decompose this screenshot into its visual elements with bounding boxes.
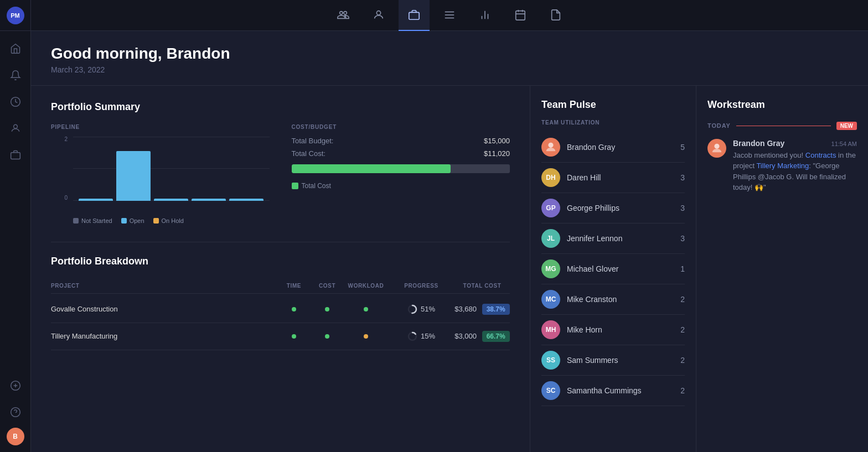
today-line (736, 126, 831, 126)
sidebar-suitcase[interactable] (4, 144, 27, 166)
time-status-2 (277, 332, 311, 340)
ws-time: 11:54 AM (831, 141, 857, 147)
cost-label: COST/BUDGET (292, 124, 510, 130)
progress-2: 15% (388, 331, 454, 341)
budget-bar-fill (292, 164, 451, 173)
member-count-george: 3 (680, 204, 685, 212)
new-badge: NEW (836, 122, 857, 130)
sidebar-user-avatar[interactable]: B (7, 428, 24, 445)
time-status-1 (277, 305, 311, 313)
today-label: TODAY (707, 122, 731, 129)
member-name-michael: Michael Glover (567, 264, 618, 273)
budget-row: Total Budget: $15,000 (292, 137, 510, 145)
ws-message: Jacob mentioned you! Contracts in the pr… (733, 150, 857, 193)
cost-legend-label: Total Cost (302, 182, 331, 190)
member-avatar-cranston: MC (541, 290, 560, 309)
legend-open: Open (121, 217, 144, 224)
team-member-row: MC Mike Cranston 2 (541, 284, 685, 315)
nav-calendar[interactable] (505, 0, 536, 31)
member-avatar-george: GP (541, 199, 560, 217)
sidebar-notifications[interactable] (4, 64, 27, 86)
breakdown-title: Portfolio Breakdown (51, 256, 510, 267)
y-label-top: 2 (64, 137, 68, 142)
project-name-2: Tillery Manufacturing (51, 332, 277, 340)
member-name-daren: Daren Hill (567, 173, 601, 182)
col-total-cost: TOTAL COST (454, 283, 510, 289)
workstream-title: Workstream (707, 99, 857, 111)
budget-bar-container (292, 164, 510, 173)
sidebar-time[interactable] (4, 91, 27, 113)
member-avatar-daren: DH (541, 168, 560, 187)
workload-status-1 (344, 305, 388, 313)
svg-rect-14 (11, 153, 20, 159)
member-avatar-brandon (541, 138, 560, 157)
member-avatar-sam: SS (541, 351, 560, 370)
member-count-jennifer: 3 (680, 234, 685, 243)
member-avatar-michael: MG (541, 259, 560, 278)
ws-avatar-brandon (707, 139, 726, 158)
nav-add-user[interactable] (328, 0, 359, 31)
team-member-row: SC Samantha Cummings 2 (541, 376, 685, 406)
pipeline-label: PIPELINE (51, 124, 270, 130)
sidebar-people[interactable] (4, 117, 27, 139)
sidebar-home[interactable] (4, 38, 27, 60)
cost-status-1 (311, 305, 344, 313)
member-count-brandon: 5 (680, 143, 685, 152)
svg-point-0 (376, 11, 380, 14)
member-count-daren: 3 (680, 173, 685, 182)
ws-header: Brandon Gray 11:54 AM (733, 139, 857, 148)
top-nav: PM (0, 0, 868, 31)
col-project: PROJECT (51, 283, 277, 289)
member-name-sam: Sam Summers (567, 356, 618, 365)
page-header: Good morning, Brandon March 23, 2022 (31, 31, 868, 86)
col-progress: PROGRESS (388, 283, 454, 289)
table-row: Govalle Construction 51% (51, 296, 510, 323)
team-pulse-title: Team Pulse (541, 99, 685, 111)
sidebar-add[interactable] (4, 375, 27, 397)
sidebar-help[interactable] (4, 401, 27, 423)
member-count-michael: 1 (680, 264, 685, 273)
nav-briefcase[interactable] (399, 0, 430, 31)
team-member-row: DH Daren Hill 3 (541, 163, 685, 193)
workstream-panel: Workstream TODAY NEW Bra (696, 86, 868, 452)
nav-list[interactable] (434, 0, 465, 31)
logo[interactable]: PM (0, 0, 31, 31)
cost-status-2 (311, 332, 344, 340)
ws-content: Brandon Gray 11:54 AM Jacob mentioned yo… (733, 139, 857, 193)
bar-group-1 (79, 199, 113, 201)
member-count-cranston: 2 (680, 295, 685, 304)
team-member-row: Brandon Gray 5 (541, 132, 685, 163)
table-header: PROJECT TIME COST WORKLOAD PROGRESS TOTA… (51, 278, 510, 294)
team-pulse-panel: Team Pulse TEAM UTILIZATION Brandon Gray (530, 86, 696, 452)
svg-point-18 (11, 408, 20, 417)
member-name-jennifer: Jennifer Lennon (567, 234, 622, 243)
member-avatar-samantha: SC (541, 381, 560, 400)
sidebar: B (0, 31, 31, 452)
page-title: Good morning, Brandon (51, 44, 848, 63)
nav-users[interactable] (363, 0, 394, 31)
main-layout: B Good morning, Brandon March 23, 2022 P… (0, 31, 868, 452)
today-bar: TODAY NEW (707, 122, 857, 130)
member-name-cranston: Mike Cranston (567, 295, 617, 304)
bar-group-4 (192, 199, 226, 201)
team-member-row: GP George Phillips 3 (541, 193, 685, 224)
page-date: March 23, 2022 (51, 65, 848, 74)
utilization-label: TEAM UTILIZATION (541, 120, 685, 126)
ws-link-tillery[interactable]: Tillery Marketing (756, 162, 809, 170)
bar-group-3 (154, 199, 188, 201)
bar-group-5 (229, 199, 264, 201)
team-member-row: MH Mike Horn 2 (541, 315, 685, 345)
nav-document[interactable] (540, 0, 571, 31)
member-count-sam: 2 (680, 356, 685, 365)
col-workload: WORKLOAD (344, 283, 388, 289)
portfolio-summary-grid: PIPELINE 2 0 (51, 124, 510, 224)
ws-link-contracts[interactable]: Contracts (805, 151, 836, 159)
team-member-row: MG Michael Glover 1 (541, 254, 685, 284)
chart-legend: Not Started Open On Hold (73, 217, 270, 224)
pipeline-section: PIPELINE 2 0 (51, 124, 270, 224)
nav-chart[interactable] (469, 0, 500, 31)
project-name-1: Govalle Construction (51, 305, 277, 313)
svg-point-13 (13, 124, 17, 128)
svg-point-24 (548, 142, 553, 147)
legend-on-hold: On Hold (153, 217, 184, 224)
